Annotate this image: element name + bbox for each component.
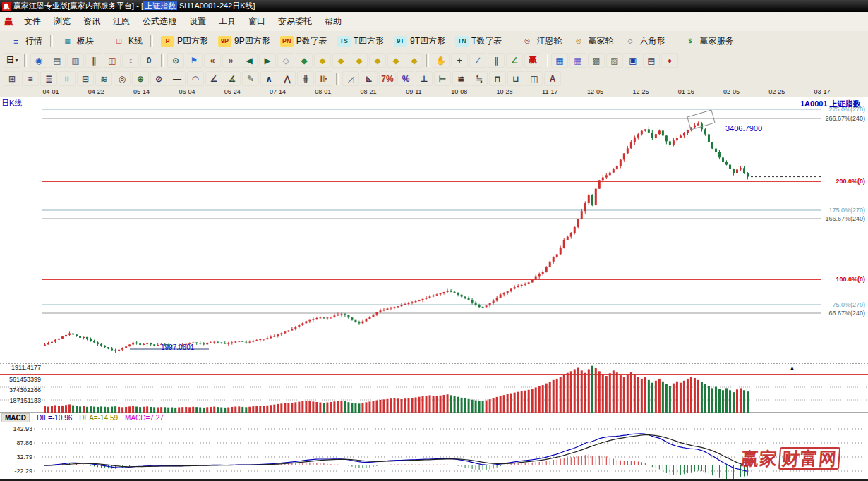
menu-settings[interactable]: 设置: [183, 13, 212, 30]
first-page-icon[interactable]: «: [204, 53, 221, 68]
box-grid-icon[interactable]: ⊟: [77, 71, 94, 86]
period-selector[interactable]: 日▾: [4, 53, 20, 68]
tack-icon[interactable]: ⊢: [434, 71, 451, 86]
menu-file[interactable]: 文件: [18, 13, 47, 30]
prev-icon[interactable]: ◀: [241, 53, 258, 68]
sqcap-icon[interactable]: ⊓: [489, 71, 506, 86]
p-number-table-button[interactable]: PNP数字表: [275, 34, 332, 49]
toolbar-separator: [161, 54, 164, 67]
quotes-button[interactable]: ≣行情: [4, 34, 47, 49]
gann-globe-icon[interactable]: ◉: [30, 53, 47, 68]
chart-canvas[interactable]: [0, 97, 868, 481]
diamond-outline-icon[interactable]: ◇: [277, 53, 294, 68]
save-icon[interactable]: ▣: [625, 53, 641, 68]
p-number-table-button-icon: PN: [280, 36, 294, 47]
window-title-prefix: 赢家江恩专业版[赢家内部服务平台] - [: [13, 1, 143, 10]
gann-wheel-button[interactable]: ◎江恩轮: [515, 34, 567, 49]
chart-area[interactable]: 日K线 1A0001 上证指数 3406.7900 1997.0601 1911…: [0, 97, 868, 481]
circle-tool-icon[interactable]: ◎: [114, 71, 131, 86]
scale-updown-icon[interactable]: ↕: [122, 53, 139, 68]
report-icon[interactable]: ▤: [49, 53, 66, 68]
datasheet-icon[interactable]: ▦: [551, 53, 568, 68]
sectors-button[interactable]: ▦板块: [56, 34, 99, 49]
slash-circle-icon[interactable]: ⊘: [150, 71, 167, 86]
multi-line-tool-icon[interactable]: ≣: [40, 71, 57, 86]
menu-help[interactable]: 帮助: [318, 13, 348, 30]
next-icon[interactable]: ▶: [259, 53, 276, 68]
toolbar-separator: [545, 54, 548, 67]
hexagon-button[interactable]: ◇六角形: [618, 34, 670, 49]
measure-angle-icon[interactable]: ∡: [224, 71, 241, 86]
diamond-gann2-icon[interactable]: ◆: [332, 53, 349, 68]
nine-t-square-button[interactable]: 9T9T四方形: [389, 34, 450, 49]
winner-logo-icon[interactable]: 赢: [524, 53, 541, 68]
nine-p-square-button[interactable]: 9P9P四方形: [213, 34, 275, 49]
gann-fan-icon[interactable]: ∠: [506, 53, 523, 68]
diamond-gann5-icon[interactable]: ◆: [387, 53, 404, 68]
sqcup-icon[interactable]: ⊔: [507, 71, 524, 86]
hline-tool-icon[interactable]: ≡: [22, 71, 39, 86]
wave-tool-icon[interactable]: ≋: [95, 71, 112, 86]
menu-formula-select[interactable]: 公式选股: [136, 13, 183, 30]
hand-icon[interactable]: ✋: [433, 53, 450, 68]
pencil-tool-icon[interactable]: ✎: [242, 71, 259, 86]
grid-layout-icon[interactable]: ▦: [569, 53, 586, 68]
right-angle-icon[interactable]: ⊾: [361, 71, 378, 86]
p-square-button[interactable]: PP四方形: [156, 34, 213, 49]
macd-axis-label: 87.86: [1, 439, 32, 446]
percent-tool-icon[interactable]: %: [397, 71, 414, 86]
window-tool-icon[interactable]: ◫: [526, 71, 543, 86]
bars-tool-icon[interactable]: ⊪: [315, 71, 332, 86]
triangle-tool-icon[interactable]: ◿: [342, 71, 359, 86]
zoom-icon[interactable]: ⊙: [167, 53, 184, 68]
gann-wheel-button-icon: ◎: [520, 36, 534, 47]
bar-chart-icon[interactable]: ∥: [85, 53, 102, 68]
menu-window[interactable]: 窗口: [242, 13, 272, 30]
t-square-button[interactable]: TST四方形: [332, 34, 389, 49]
peak-tool-icon[interactable]: ∧: [260, 71, 277, 86]
arc-tool-icon[interactable]: ◠: [187, 71, 204, 86]
channel-icon[interactable]: ∥: [488, 53, 505, 68]
hash-grid-icon[interactable]: ⌗: [59, 71, 76, 86]
print-icon[interactable]: ▤: [643, 53, 660, 68]
gann-level-label: 175.0%(270): [821, 207, 865, 214]
diamond-gann3-icon[interactable]: ◆: [351, 53, 368, 68]
rail-tool-icon[interactable]: ⋕: [297, 71, 314, 86]
crosshair-icon[interactable]: +: [451, 53, 468, 68]
approx-icon[interactable]: ≒: [471, 71, 488, 86]
candle-chart-icon[interactable]: ◫: [104, 53, 121, 68]
zero-axis-icon[interactable]: 0: [140, 53, 157, 68]
diamond-gann1-icon[interactable]: ◆: [314, 53, 331, 68]
last-page-icon[interactable]: »: [222, 53, 239, 68]
trendline-icon[interactable]: ∕: [469, 53, 486, 68]
menu-tools[interactable]: 工具: [212, 13, 242, 30]
toolbar-separator: [150, 35, 153, 47]
p-square-button-label: P四方形: [177, 35, 208, 47]
t-number-table-button[interactable]: TNT数字表: [450, 34, 507, 49]
service-car-icon[interactable]: ♦: [661, 53, 678, 68]
wedge-tool-icon[interactable]: ⋀: [279, 71, 296, 86]
angle-tool-icon[interactable]: ∠: [205, 71, 222, 86]
perpendicular-icon[interactable]: ⊥: [416, 71, 433, 86]
diamond-green-icon[interactable]: ◆: [296, 53, 313, 68]
cross-circle-icon[interactable]: ⊕: [132, 71, 149, 86]
winner-wheel-button[interactable]: ◎赢家轮: [567, 34, 618, 49]
winner-service-button[interactable]: $赢家服务: [678, 34, 738, 49]
menu-view[interactable]: 浏览: [47, 13, 77, 30]
text-tool-icon[interactable]: A: [544, 71, 561, 86]
congruent-icon[interactable]: ≌: [452, 71, 469, 86]
diamond-gann6-icon[interactable]: ◆: [406, 53, 423, 68]
mosaic-icon[interactable]: ▨: [606, 53, 623, 68]
multi-window-icon[interactable]: ▩: [588, 53, 605, 68]
percent7-tool-icon[interactable]: 7%: [379, 71, 396, 86]
kline-button[interactable]: ◫K线: [107, 34, 147, 49]
menu-gann[interactable]: 江恩: [107, 13, 136, 30]
grid-tool-icon[interactable]: ⊞: [4, 71, 20, 86]
ruler-icon[interactable]: ▥: [67, 53, 84, 68]
macd-dif-value: DIF=-10.96: [37, 414, 72, 422]
segment-tool-icon[interactable]: —: [169, 71, 186, 86]
diamond-gann4-icon[interactable]: ◆: [369, 53, 386, 68]
menu-trade[interactable]: 交易委托: [272, 13, 318, 30]
filter-flag-icon[interactable]: ⚑: [186, 53, 203, 68]
menu-news[interactable]: 资讯: [77, 13, 107, 30]
